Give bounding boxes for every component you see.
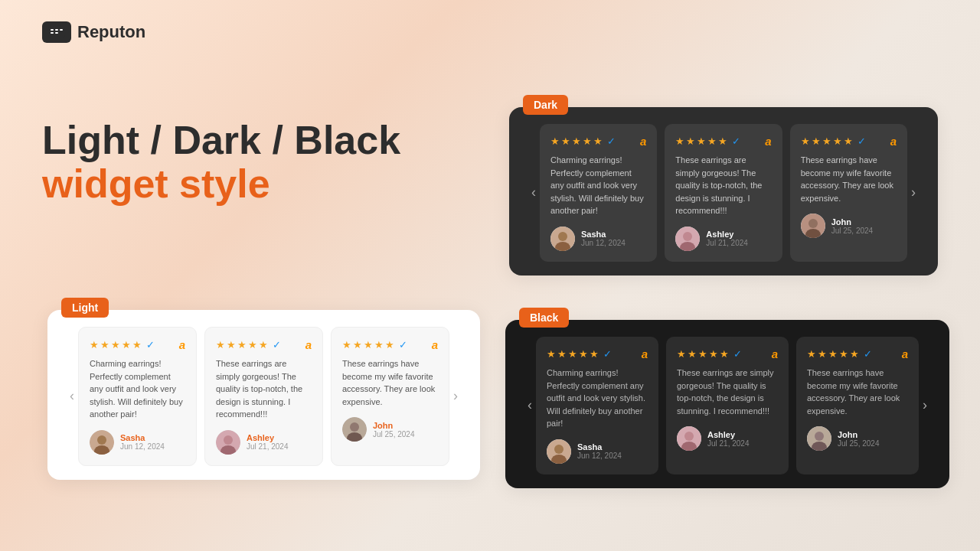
dark-widget-card: Dark ‹ ★ ★ ★ ★ ★ ✓ xyxy=(509,107,938,276)
black-review-row: ‹ ★ ★ ★ ★ ★ ✓ xyxy=(536,337,919,474)
light-reviewer-details-1: Sasha Jun 12, 2024 xyxy=(120,433,165,451)
light-amazon-logo-3: a xyxy=(432,338,438,351)
svg-point-22 xyxy=(350,422,359,432)
light-stars-3: ★ ★ ★ ★ ★ ✓ xyxy=(342,339,407,350)
dark-reviewer-date-1: Jun 12, 2024 xyxy=(581,239,626,247)
dark-reviewer-details-1: Sasha Jun 12, 2024 xyxy=(581,230,626,247)
black-amazon-logo-1: a xyxy=(642,347,648,360)
black-reviewer-details-3: John Jul 25, 2024 xyxy=(838,430,880,448)
light-review-header-3: ★ ★ ★ ★ ★ ✓ a xyxy=(342,338,438,351)
black-reviewer-name-1: Sasha xyxy=(577,442,622,452)
dark-review-card-3: ★ ★ ★ ★ ★ ✓ a These earrings have become… xyxy=(790,124,907,262)
dark-widget-inner: ‹ ★ ★ ★ ★ ★ ✓ xyxy=(523,124,924,262)
black-avatar-3 xyxy=(807,426,831,451)
light-avatar-2 xyxy=(216,430,240,455)
svg-point-16 xyxy=(97,435,106,445)
dark-reviewer-date-3: Jul 25, 2024 xyxy=(831,227,874,235)
black-widget-inner: ‹ ★ ★ ★ ★ ★ ✓ xyxy=(519,337,936,474)
dark-reviewer-info-1: Sasha Jun 12, 2024 xyxy=(550,227,646,251)
dark-review-row: ‹ ★ ★ ★ ★ ★ ✓ xyxy=(540,124,907,262)
light-badge: Light xyxy=(61,298,109,318)
light-review-card-1: ★ ★ ★ ★ ★ ✓ a Charming earrings! Perfect… xyxy=(78,327,197,466)
dark-avatar-3 xyxy=(801,214,825,238)
dark-reviewer-date-2: Jul 21, 2024 xyxy=(706,239,748,247)
black-amazon-logo-3: a xyxy=(902,347,908,360)
black-widget: Black ‹ ★ ★ ★ ★ ★ ✓ xyxy=(505,320,949,488)
svg-rect-5 xyxy=(55,32,58,34)
svg-rect-3 xyxy=(60,29,63,31)
svg-rect-4 xyxy=(51,32,54,34)
light-stars-1: ★ ★ ★ ★ ★ ✓ xyxy=(90,339,155,350)
svg-point-19 xyxy=(224,435,233,445)
light-widget-inner: ‹ ★ ★ ★ ★ ★ ✓ xyxy=(61,327,466,466)
svg-point-13 xyxy=(808,219,818,228)
dark-review-header-2: ★ ★ ★ ★ ★ ✓ a xyxy=(675,135,771,148)
light-widget: Light ‹ ★ ★ ★ ★ ★ ✓ xyxy=(47,310,480,480)
light-avatar-1 xyxy=(90,430,114,455)
black-stars-2: ★ ★ ★ ★ ★ ✓ xyxy=(677,348,742,360)
hero-title: Light / Dark / Black xyxy=(42,119,400,162)
black-next-button[interactable]: › xyxy=(916,396,934,415)
light-review-row: ‹ ★ ★ ★ ★ ★ ✓ xyxy=(78,327,449,466)
black-reviewer-details-2: Ashley Jul 21, 2024 xyxy=(707,430,750,448)
logo-text: Reputon xyxy=(77,22,145,42)
black-review-card-3: ★ ★ ★ ★ ★ ✓ a These earrings have become… xyxy=(796,337,919,474)
black-review-header-3: ★ ★ ★ ★ ★ ✓ a xyxy=(807,347,908,360)
light-review-header-2: ★ ★ ★ ★ ★ ✓ a xyxy=(216,338,312,351)
black-review-header-2: ★ ★ ★ ★ ★ ✓ a xyxy=(677,347,778,360)
black-prev-button[interactable]: ‹ xyxy=(521,396,539,415)
light-next-button[interactable]: › xyxy=(446,387,465,406)
svg-point-7 xyxy=(558,232,567,241)
dark-review-text-1: Charming earrings! Perfectly complement … xyxy=(550,154,646,217)
light-review-card-3: ★ ★ ★ ★ ★ ✓ a These earrings have become… xyxy=(331,327,449,466)
black-reviewer-details-1: Sasha Jun 12, 2024 xyxy=(577,442,622,460)
light-reviewer-info-3: John Jul 25, 2024 xyxy=(342,417,438,442)
black-stars-3: ★ ★ ★ ★ ★ ✓ xyxy=(807,348,872,360)
dark-review-header-3: ★ ★ ★ ★ ★ ✓ a xyxy=(801,135,897,148)
logo: Reputon xyxy=(42,21,145,43)
dark-next-button[interactable]: › xyxy=(904,184,923,202)
dark-review-card-1: ★ ★ ★ ★ ★ ✓ a Charming earrings! Perfect… xyxy=(540,124,657,262)
dark-widget: Dark ‹ ★ ★ ★ ★ ★ ✓ xyxy=(509,107,938,276)
black-reviewer-info-1: Sasha Jun 12, 2024 xyxy=(547,439,648,464)
black-avatar-2 xyxy=(677,426,701,451)
dark-review-header-1: ★ ★ ★ ★ ★ ✓ a xyxy=(550,135,646,148)
black-reviewer-info-2: Ashley Jul 21, 2024 xyxy=(677,426,778,451)
dark-reviewer-name-2: Ashley xyxy=(706,230,748,239)
svg-point-28 xyxy=(684,432,694,441)
light-reviewer-name-2: Ashley xyxy=(247,433,289,442)
light-stars-2: ★ ★ ★ ★ ★ ✓ xyxy=(216,339,281,350)
light-prev-button[interactable]: ‹ xyxy=(63,387,81,406)
svg-point-31 xyxy=(815,432,824,441)
light-review-text-2: These earrings are simply gorgeous! The … xyxy=(216,357,312,421)
light-review-text-3: These earrings have become my wife favor… xyxy=(342,357,438,408)
dark-reviewer-details-3: John Jul 25, 2024 xyxy=(831,217,874,235)
amazon-logo-2: a xyxy=(765,135,771,148)
light-review-header-1: ★ ★ ★ ★ ★ ✓ a xyxy=(90,338,185,351)
light-reviewer-info-1: Sasha Jun 12, 2024 xyxy=(90,430,185,455)
dark-avatar-2 xyxy=(675,227,700,251)
black-review-text-3: These earrings have become my wife favor… xyxy=(807,367,908,417)
black-reviewer-info-3: John Jul 25, 2024 xyxy=(807,426,908,451)
black-review-text-1: Charming earrings! Perfectly complement … xyxy=(547,367,648,430)
black-reviewer-date-3: Jul 25, 2024 xyxy=(838,439,880,448)
svg-rect-1 xyxy=(51,29,54,31)
svg-point-10 xyxy=(683,232,692,241)
dark-review-text-2: These earrings are simply gorgeous! The … xyxy=(675,154,771,217)
dark-reviewer-info-2: Ashley Jul 21, 2024 xyxy=(675,227,771,251)
black-widget-card: Black ‹ ★ ★ ★ ★ ★ ✓ xyxy=(505,320,949,488)
black-reviewer-date-1: Jun 12, 2024 xyxy=(577,452,622,460)
stars-2: ★ ★ ★ ★ ★ ✓ xyxy=(675,135,740,147)
dark-prev-button[interactable]: ‹ xyxy=(524,184,543,202)
light-reviewer-details-3: John Jul 25, 2024 xyxy=(373,421,415,439)
light-reviewer-date-1: Jun 12, 2024 xyxy=(120,442,165,451)
black-review-text-2: These earrings are simply gorgeous! The … xyxy=(677,367,778,417)
hero-subtitle: widget style xyxy=(42,162,400,206)
dark-reviewer-info-3: John Jul 25, 2024 xyxy=(801,214,897,238)
svg-point-25 xyxy=(554,445,564,454)
light-reviewer-date-2: Jul 21, 2024 xyxy=(247,442,289,451)
dark-reviewer-name-1: Sasha xyxy=(581,230,626,239)
hero-section: Light / Dark / Black widget style xyxy=(42,119,400,206)
black-amazon-logo-2: a xyxy=(772,347,778,360)
logo-icon xyxy=(42,21,71,43)
